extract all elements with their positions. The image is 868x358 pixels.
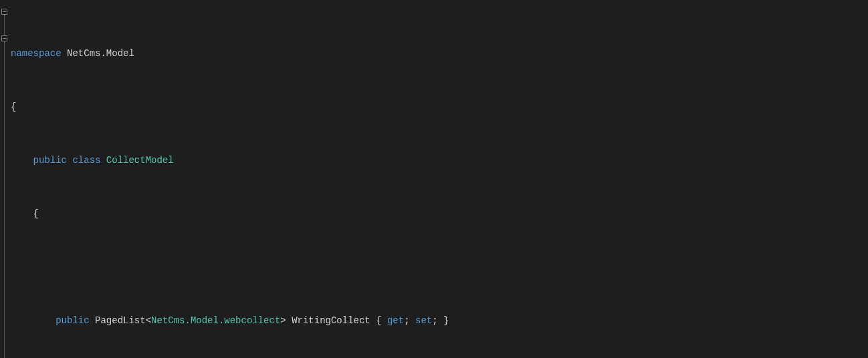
keyword-class: class — [72, 155, 100, 166]
code-line[interactable]: { — [11, 100, 868, 114]
keyword-public: public — [33, 155, 67, 166]
prop-open: { — [370, 315, 387, 326]
code-line[interactable]: public class CollectModel — [11, 154, 868, 167]
angle-open: < — [146, 315, 151, 326]
outline-collapse-icon[interactable] — [1, 35, 7, 41]
space — [62, 48, 67, 59]
brace-open: { — [11, 102, 16, 112]
prop-close: } — [438, 315, 449, 326]
keyword-get: get — [387, 315, 404, 326]
code-editor[interactable]: namespace NetCms.Model { public class Co… — [0, 0, 868, 358]
class-name: CollectModel — [106, 155, 174, 166]
vertical-scrollbar[interactable] — [857, 0, 868, 358]
namespace-name: NetCms.Model — [67, 48, 134, 59]
space — [90, 315, 95, 326]
code-line[interactable]: namespace NetCms.Model — [11, 47, 868, 60]
outline-collapse-icon[interactable] — [1, 9, 7, 15]
semicolon: ; — [404, 315, 409, 326]
space — [286, 315, 292, 326]
keyword-set: set — [415, 315, 432, 326]
code-area[interactable]: namespace NetCms.Model { public class Co… — [11, 0, 868, 358]
code-line[interactable]: public PagedList<NetCms.Model.webcollect… — [11, 314, 868, 327]
angle-close: > — [280, 315, 286, 326]
outline-guide-line — [4, 41, 5, 358]
generic-type: NetCms.Model.webcollect — [151, 315, 280, 326]
semicolon: ; — [432, 315, 437, 326]
outline-gutter — [0, 0, 9, 358]
outline-guide-line — [4, 15, 5, 35]
keyword-public: public — [56, 315, 89, 326]
code-line[interactable]: { — [11, 207, 868, 220]
space — [410, 315, 415, 326]
keyword-namespace: namespace — [11, 48, 62, 59]
code-line-blank[interactable] — [11, 260, 868, 274]
property-name: WritingCollect — [292, 315, 370, 326]
space — [100, 155, 106, 166]
type-pagedlist: PagedList — [95, 315, 146, 326]
brace-open: { — [33, 208, 39, 219]
